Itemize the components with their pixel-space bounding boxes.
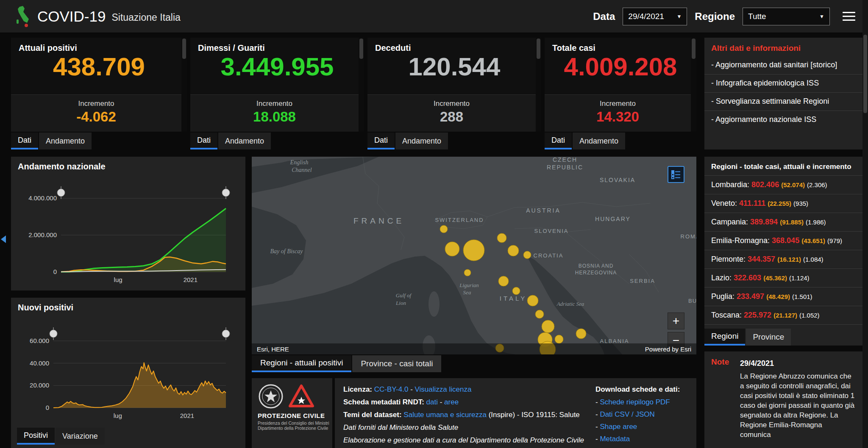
map-bubble[interactable]	[512, 287, 520, 295]
map-label: CZECH	[553, 157, 577, 163]
download-link[interactable]: Metadata	[600, 435, 630, 443]
info-link-aggiornamento-iss[interactable]: - Aggiornamento nazionale ISS	[704, 111, 862, 129]
region-row[interactable]: Toscana: 225.972 (21.127) (1.052)	[704, 306, 862, 325]
map-bubble[interactable]	[508, 245, 519, 256]
salute-link[interactable]: Salute umana e sicurezza	[403, 411, 487, 419]
map-bubble[interactable]	[576, 329, 586, 339]
time-slider-handle[interactable]	[222, 330, 230, 337]
x-tick-label: 2021	[184, 276, 198, 283]
scrollbar-thumb[interactable]	[182, 39, 186, 59]
map-bubble[interactable]	[542, 320, 554, 333]
tab-province[interactable]: Province	[746, 329, 791, 346]
nuovi-positivi-chart[interactable]: 020.00040.00060.000lug2021	[11, 298, 245, 425]
card-title: Attuali positivi	[11, 38, 187, 53]
info-link-infografica-iss[interactable]: - Infografica epidemiologica ISS	[704, 75, 862, 93]
region-row[interactable]: Veneto: 411.111 (22.255) (935)	[704, 194, 862, 213]
card-title: Totale casi	[545, 38, 696, 53]
regioni-totale-panel: Regioni - totale casi, attuali e increme…	[704, 157, 862, 346]
tab-variazione[interactable]: Variazione	[56, 428, 105, 445]
presidenza-emblem-icon	[258, 383, 284, 409]
download-link-item: - Dati CSV / JSON	[595, 408, 693, 420]
download-link[interactable]: Dati CSV / JSON	[600, 410, 654, 418]
license-link[interactable]: CC-BY-4.0	[374, 385, 409, 393]
tab-province-casi-totali[interactable]: Province - casi totali	[352, 355, 441, 372]
tab-regioni-attuali-positivi[interactable]: Regioni - attuali positivi	[252, 355, 351, 372]
scrollbar-thumb[interactable]	[692, 39, 696, 59]
attribution-esri-here: Esri, HERE	[257, 346, 289, 353]
increment-label: Incremento	[11, 100, 181, 108]
download-link[interactable]: Schede riepilogo PDF	[600, 398, 670, 406]
time-slider-handle[interactable]	[57, 189, 65, 196]
region-row[interactable]: Piemonte: 344.357 (16.121) (1.084)	[704, 250, 862, 269]
map-label: Channel	[292, 167, 312, 173]
card-increment-block: Incremento 18.088	[190, 94, 359, 132]
map-bubble[interactable]	[464, 269, 471, 276]
page-scrollbar[interactable]	[862, 0, 868, 448]
card-scrollbar[interactable]	[691, 38, 696, 132]
scrollbar-thumb[interactable]	[359, 39, 363, 59]
map-bubble[interactable]	[445, 242, 459, 256]
collapse-panel-arrow-icon[interactable]	[1, 235, 6, 243]
info-link-sorveglianza-regioni[interactable]: - Sorveglianza settimanale Regioni	[704, 93, 862, 111]
region-name: Campania:	[711, 218, 748, 226]
aree-link[interactable]: aree	[444, 398, 459, 406]
map-bubble[interactable]	[498, 276, 509, 286]
tab-regioni[interactable]: Regioni	[704, 329, 745, 346]
region-total: 344.357	[748, 255, 775, 263]
tab-dati[interactable]: Dati	[190, 133, 217, 149]
map-bubble[interactable]	[440, 225, 448, 233]
map-bubble[interactable]	[497, 233, 506, 243]
legend-button[interactable]	[668, 166, 684, 183]
card-scrollbar[interactable]	[359, 38, 364, 132]
y-tick-label: 2.000.000	[28, 231, 57, 238]
map-label: FRANCE	[353, 216, 404, 225]
tab-dati[interactable]: Dati	[367, 133, 395, 149]
dati-link[interactable]: dati	[426, 398, 438, 406]
data-source-line: Dati forniti dal Ministero della Salute	[343, 421, 589, 434]
region-row[interactable]: Lombardia: 802.406 (52.074) (2.306)	[704, 176, 862, 194]
map-bubble[interactable]	[523, 251, 531, 259]
card-body: Totale casi 4.009.208 Incremento 14.320	[545, 38, 696, 132]
region-row[interactable]: Emilia-Romagna: 368.045 (43.651) (979)	[704, 232, 862, 250]
map-attribution: Esri, HERE Powered by Esri	[252, 343, 696, 354]
tab-andamento[interactable]: Andamento	[573, 133, 625, 149]
date-select[interactable]: 29/4/2021 ▼	[623, 8, 687, 25]
tab-dati[interactable]: Dati	[545, 133, 572, 149]
page-title: COVID-19	[37, 8, 106, 25]
map-container[interactable]: EnglishChannelCZECHREPUBLICSLOVAKIAAUSTR…	[252, 157, 696, 354]
tab-andamento[interactable]: Andamento	[395, 133, 448, 149]
map-bubble[interactable]	[555, 335, 563, 343]
menu-button[interactable]	[843, 9, 855, 23]
region-select[interactable]: Tutte ▼	[743, 8, 830, 25]
tab-dati[interactable]: Dati	[11, 133, 38, 149]
region-row[interactable]: Lazio: 322.603 (45.362) (1.124)	[704, 269, 862, 288]
card-scrollbar[interactable]	[536, 38, 541, 132]
region-row[interactable]: Puglia: 233.497 (48.429) (1.501)	[704, 288, 862, 306]
andamento-nazionale-chart[interactable]: 02.000.0004.000.000lug2021	[11, 157, 245, 290]
time-slider-handle[interactable]	[222, 189, 230, 196]
time-slider-handle[interactable]	[50, 330, 57, 337]
region-increment: (1.124)	[789, 274, 810, 282]
dash: -	[595, 398, 600, 406]
card-value: 120.544	[367, 53, 541, 81]
info-link-aggiornamento-sanitari[interactable]: - Aggiornamento dati sanitari [storico]	[704, 56, 862, 75]
region-total: 225.972	[744, 311, 771, 319]
map-canvas[interactable]: EnglishChannelCZECHREPUBLICSLOVAKIAAUSTR…	[252, 157, 696, 354]
region-increment: (2.306)	[807, 181, 827, 188]
view-license-link[interactable]: Visualizza licenza	[415, 385, 472, 393]
increment-value: 288	[367, 109, 536, 125]
tab-andamento[interactable]: Andamento	[218, 133, 271, 149]
card-body: Deceduti 120.544 Incremento 288	[367, 38, 541, 132]
tab-positivi[interactable]: Positivi	[17, 428, 55, 445]
card-scrollbar[interactable]	[181, 38, 187, 132]
region-row[interactable]: Campania: 389.894 (91.885) (1.986)	[704, 213, 862, 232]
tab-andamento[interactable]: Andamento	[39, 133, 92, 149]
scrollbar-thumb[interactable]	[863, 35, 867, 113]
map-bubble[interactable]	[463, 240, 484, 261]
map-bubble[interactable]	[535, 310, 544, 318]
zoom-in-button[interactable]: +	[668, 312, 684, 329]
chevron-down-icon: ▼	[676, 14, 682, 19]
map-bubble[interactable]	[527, 295, 538, 306]
scrollbar-thumb[interactable]	[537, 39, 540, 59]
download-link[interactable]: Shape aree	[600, 423, 637, 431]
